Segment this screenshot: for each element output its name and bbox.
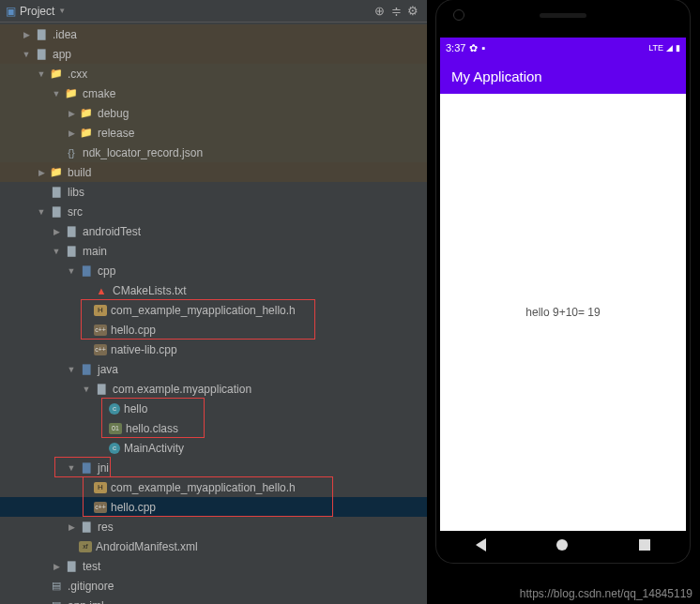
project-window-icon: ▣: [6, 5, 16, 18]
expand-arrow-icon[interactable]: [66, 521, 77, 533]
expand-arrow-icon[interactable]: [36, 167, 47, 178]
tree-item-label: com_example_myapplication_hello.h: [111, 304, 296, 317]
folder-icon: ▇: [34, 47, 49, 62]
tree-row[interactable]: cMainActivity: [0, 438, 427, 458]
tree-row[interactable]: c++hello.cpp: [0, 320, 427, 340]
tree-item-label: AndroidManifest.xml: [96, 540, 198, 553]
folder-icon: ▇: [79, 264, 94, 279]
nav-recent-icon[interactable]: [639, 539, 650, 551]
nav-home-icon[interactable]: [556, 539, 568, 551]
tree-row[interactable]: ▇com.example.myapplication: [0, 379, 427, 399]
tree-row[interactable]: ▇androidTest: [0, 221, 427, 241]
expand-arrow-icon[interactable]: [51, 88, 62, 99]
project-dropdown[interactable]: ▣ Project ▼: [6, 5, 66, 18]
tree-row[interactable]: c++hello.cpp: [0, 497, 427, 517]
cpp-file-icon: c++: [94, 502, 107, 513]
gear-icon[interactable]: ⚙: [404, 3, 421, 20]
folder-icon: 📁: [49, 67, 64, 82]
expand-arrow-icon[interactable]: [81, 384, 92, 395]
class-file-icon: 01: [109, 423, 122, 434]
tree-item-label: java: [98, 363, 118, 376]
java-class-icon: c: [109, 443, 120, 454]
status-time: 3:37: [446, 42, 465, 53]
folder-icon: ▇: [49, 185, 64, 200]
json-file-icon: {}: [64, 145, 79, 160]
tree-row[interactable]: {}ndk_locator_record.json: [0, 143, 427, 162]
tree-row[interactable]: ▇libs: [0, 182, 427, 202]
tree-row[interactable]: c++native-lib.cpp: [0, 340, 427, 359]
tree-item-label: .idea: [53, 28, 77, 41]
tree-item-label: ndk_locator_record.json: [83, 146, 203, 159]
expand-arrow-icon[interactable]: [66, 364, 77, 375]
expand-arrow-icon[interactable]: [51, 226, 62, 237]
target-icon[interactable]: ⊕: [371, 3, 388, 20]
header-file-icon: H: [94, 305, 107, 316]
expand-arrow-icon[interactable]: [51, 246, 62, 257]
tree-item-label: com_example_myapplication_hello.h: [111, 481, 296, 494]
tree-row[interactable]: Hcom_example_myapplication_hello.h: [0, 477, 427, 497]
expand-arrow-icon[interactable]: [51, 561, 62, 572]
tree-item-label: app.iml: [68, 599, 104, 605]
tree-row[interactable]: 📁cmake: [0, 83, 427, 103]
phone-screen: 3:37 ✿ ▪ LTE ◢ ▮ My Application hello 9+…: [440, 38, 686, 531]
app-title: My Application: [451, 68, 542, 84]
tree-row[interactable]: ▇res: [0, 517, 427, 536]
expand-arrow-icon[interactable]: [66, 265, 77, 277]
tree-row[interactable]: ▇java: [0, 359, 427, 379]
tree-row[interactable]: chello: [0, 399, 427, 418]
tree-item-label: MainActivity: [124, 442, 184, 455]
tree-item-label: hello.cpp: [111, 324, 156, 337]
cpp-file-icon: c++: [94, 325, 107, 336]
tree-row[interactable]: ▇.idea: [0, 24, 427, 44]
project-tree[interactable]: ▇.idea▇app📁.cxx📁cmake📁debug📁release{}ndk…: [0, 23, 427, 604]
tree-item-label: hello.cpp: [111, 501, 156, 514]
cpp-file-icon: c++: [94, 344, 107, 355]
folder-icon: ▇: [49, 204, 64, 219]
tree-row[interactable]: Hcom_example_myapplication_hello.h: [0, 300, 427, 320]
tree-row[interactable]: ▇cpp: [0, 261, 427, 280]
tree-row[interactable]: ▤app.iml: [0, 596, 427, 604]
app-bar: My Application: [440, 58, 686, 94]
tree-row[interactable]: 📁release: [0, 123, 427, 143]
tree-row[interactable]: ▤.gitignore: [0, 576, 427, 596]
tree-row[interactable]: ▇src: [0, 202, 427, 221]
collapse-icon[interactable]: ≑: [388, 3, 404, 20]
status-app-icon: ▪: [481, 42, 485, 53]
folder-icon: 📁: [79, 126, 94, 141]
nav-back-icon[interactable]: [476, 538, 486, 551]
folder-icon: ▇: [64, 244, 79, 259]
tree-row[interactable]: ▇jni: [0, 458, 427, 477]
tree-row[interactable]: 📁.cxx: [0, 64, 427, 83]
tree-row[interactable]: ▲CMakeLists.txt: [0, 280, 427, 300]
folder-icon: ▇: [64, 224, 79, 239]
status-gear-icon: ✿: [469, 42, 478, 54]
tree-row[interactable]: xfAndroidManifest.xml: [0, 536, 427, 556]
expand-arrow-icon[interactable]: [36, 68, 47, 80]
tree-row[interactable]: 📁build: [0, 162, 427, 182]
tree-item-label: libs: [68, 186, 84, 199]
tree-row[interactable]: ▇app: [0, 44, 427, 64]
java-class-icon: c: [109, 403, 120, 415]
status-battery-icon: ▮: [676, 43, 680, 53]
tree-row[interactable]: ▇main: [0, 241, 427, 261]
cmake-icon: ▲: [94, 283, 109, 298]
expand-arrow-icon[interactable]: [21, 29, 32, 40]
emulator-panel: 3:37 ✿ ▪ LTE ◢ ▮ My Application hello 9+…: [427, 0, 700, 604]
phone-speaker-icon: [540, 13, 586, 18]
tree-row[interactable]: ▇test: [0, 556, 427, 576]
tree-row[interactable]: 01hello.class: [0, 418, 427, 438]
folder-icon: ▇: [79, 461, 94, 476]
folder-icon: ▇: [94, 382, 109, 397]
tree-row[interactable]: 📁debug: [0, 103, 427, 123]
expand-arrow-icon[interactable]: [66, 108, 77, 119]
app-content: hello 9+10= 19: [440, 94, 686, 531]
phone-camera-icon: [453, 9, 464, 21]
folder-icon: 📁: [64, 86, 79, 101]
expand-arrow-icon[interactable]: [66, 128, 77, 139]
expand-arrow-icon[interactable]: [36, 206, 47, 218]
expand-arrow-icon[interactable]: [21, 49, 32, 60]
status-bar: 3:37 ✿ ▪ LTE ◢ ▮: [440, 38, 686, 58]
status-signal-icon: ◢: [666, 43, 673, 53]
expand-arrow-icon[interactable]: [66, 462, 77, 474]
tree-item-label: res: [98, 521, 114, 534]
